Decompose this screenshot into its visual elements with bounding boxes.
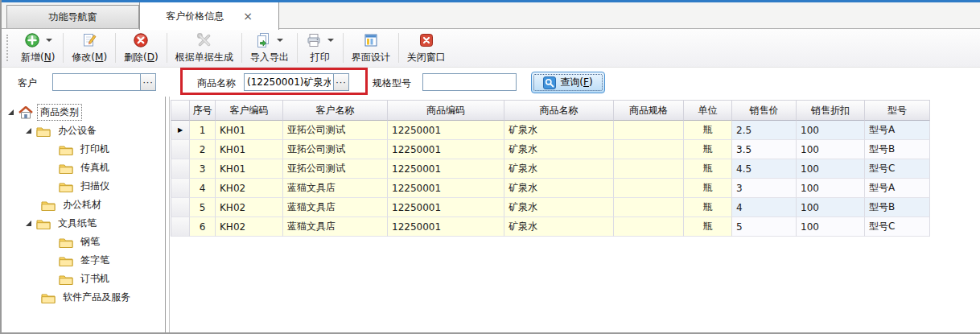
grid-cell-product_spec[interactable]	[614, 217, 684, 237]
product-name-input[interactable]	[244, 73, 334, 91]
grid-cell-customer_name[interactable]: 蓝猫文具店	[283, 217, 388, 237]
row-selector-cell[interactable]	[171, 217, 190, 237]
dropdown-arrow-icon[interactable]	[277, 39, 283, 42]
grid-cell-product_code[interactable]: 12250001	[388, 159, 504, 179]
grid-cell-customer_code[interactable]: KH01	[216, 140, 283, 159]
grid-cell-seq[interactable]: 4	[190, 179, 216, 198]
table-row[interactable]: 6KH02蓝猫文具店12250001矿泉水瓶5100型号C	[171, 217, 930, 237]
tree-item[interactable]: 签字笔	[2, 251, 165, 270]
tree-expander-icon[interactable]	[26, 128, 31, 134]
tree-expander-icon[interactable]	[8, 109, 14, 115]
row-selector-cell[interactable]	[171, 140, 190, 159]
spec-model-input[interactable]	[422, 73, 517, 91]
grid-header-cell-customer_name[interactable]: 客户名称	[283, 100, 388, 121]
grid-cell-sale_price[interactable]: 5	[732, 217, 797, 237]
grid-cell-sale_price[interactable]: 2.5	[732, 121, 797, 140]
row-selector-cell[interactable]	[171, 159, 190, 179]
table-row[interactable]: 5KH02蓝猫文具店12250001矿泉水瓶4100型号B	[171, 198, 930, 217]
grid-cell-product_spec[interactable]	[614, 121, 684, 140]
tree-expander-icon[interactable]	[26, 221, 31, 226]
grid-cell-seq[interactable]: 2	[190, 140, 216, 159]
grid-cell-model[interactable]: 型号C	[865, 217, 930, 237]
grid-cell-model[interactable]: 型号B	[865, 140, 930, 159]
grid-cell-product_name[interactable]: 矿泉水	[504, 140, 614, 159]
tab-customer-price-info[interactable]: 客户价格信息 ×	[139, 2, 279, 30]
close-tab-icon[interactable]: ×	[243, 10, 253, 22]
grid-cell-sale_price[interactable]: 4	[732, 198, 797, 217]
grid-cell-sale_price[interactable]: 3.5	[732, 140, 797, 159]
toolbar-button-add[interactable]: 新增(N)	[13, 29, 63, 67]
grid-cell-product_name[interactable]: 矿泉水	[504, 121, 614, 140]
toolbar-button-print[interactable]: 打印	[298, 29, 343, 67]
product-browse-button[interactable]: ···	[334, 73, 349, 91]
tree-item[interactable]: 办公耗材	[2, 196, 165, 214]
toolbar-grip[interactable]	[6, 35, 10, 61]
grid-cell-model[interactable]: 型号A	[865, 179, 930, 198]
grid-cell-unit[interactable]: 瓶	[684, 121, 732, 140]
toolbar-button-generate-from-doc[interactable]: 根据单据生成	[167, 29, 241, 67]
grid-cell-unit[interactable]: 瓶	[684, 179, 732, 198]
grid-cell-unit[interactable]: 瓶	[684, 217, 732, 237]
table-row[interactable]: 3KH01亚拓公司测试12250001矿泉水瓶4.5100型号C	[171, 159, 930, 179]
grid-header-cell-unit[interactable]: 单位	[684, 100, 732, 121]
tree-item[interactable]: 钢笔	[2, 233, 165, 251]
grid-cell-product_code[interactable]: 12250001	[388, 140, 504, 159]
grid-cell-sale_discount[interactable]: 100	[797, 217, 865, 237]
grid-cell-product_spec[interactable]	[614, 140, 684, 159]
tree-item[interactable]: 订书机	[2, 270, 165, 288]
toolbar-button-import-export[interactable]: 导入导出	[242, 29, 297, 67]
grid-header-cell-product_spec[interactable]: 商品规格	[614, 100, 684, 121]
grid-cell-product_code[interactable]: 12250001	[388, 198, 504, 217]
grid-header-cell-sale_discount[interactable]: 销售折扣	[797, 100, 865, 121]
grid-cell-product_name[interactable]: 矿泉水	[504, 198, 614, 217]
grid-header-cell-sale_price[interactable]: 销售价	[732, 100, 797, 121]
toolbar-button-close-window[interactable]: 关闭窗口	[399, 29, 454, 67]
tree-item[interactable]: 打印机	[2, 140, 165, 159]
row-selector-cell[interactable]	[171, 179, 190, 198]
grid-cell-seq[interactable]: 5	[190, 198, 216, 217]
grid-cell-model[interactable]: 型号A	[865, 121, 930, 140]
query-button[interactable]: 查询(F)	[531, 72, 605, 93]
grid-cell-product_spec[interactable]	[614, 198, 684, 217]
grid-cell-unit[interactable]: 瓶	[684, 140, 732, 159]
grid-cell-customer_name[interactable]: 亚拓公司测试	[283, 159, 388, 179]
grid-header-cell-product_name[interactable]: 商品名称	[504, 100, 614, 121]
tree-item[interactable]: 扫描仪	[2, 177, 165, 196]
grid-cell-sale_discount[interactable]: 100	[797, 159, 865, 179]
grid-cell-product_code[interactable]: 12250001	[388, 121, 504, 140]
customer-browse-button[interactable]: ···	[141, 73, 156, 91]
tree-item[interactable]: 传真机	[2, 159, 165, 177]
tree-item[interactable]: 商品类别	[2, 103, 165, 122]
grid-cell-seq[interactable]: 1	[190, 121, 216, 140]
grid-cell-unit[interactable]: 瓶	[684, 159, 732, 179]
grid-cell-customer_name[interactable]: 亚拓公司测试	[283, 140, 388, 159]
toolbar-button-modify[interactable]: 修改(M)	[64, 29, 115, 67]
tree-item[interactable]: 文具纸笔	[2, 214, 165, 233]
table-row[interactable]: ▶1KH01亚拓公司测试12250001矿泉水瓶2.5100型号A	[171, 121, 930, 140]
grid-cell-sale_discount[interactable]: 100	[797, 121, 865, 140]
grid-cell-customer_code[interactable]: KH02	[216, 198, 283, 217]
grid-header-cell-product_code[interactable]: 商品编码	[388, 100, 504, 121]
grid-cell-product_name[interactable]: 矿泉水	[504, 179, 614, 198]
grid-cell-customer_code[interactable]: KH02	[216, 179, 283, 198]
tree-item[interactable]: 软件产品及服务	[2, 288, 165, 307]
grid-header-cell-model[interactable]: 型号	[865, 100, 930, 121]
grid-cell-product_spec[interactable]	[614, 179, 684, 198]
tree-item[interactable]: 办公设备	[2, 122, 165, 140]
grid-cell-sale_discount[interactable]: 100	[797, 198, 865, 217]
table-row[interactable]: 4KH02蓝猫文具店12250001矿泉水瓶3100型号A	[171, 179, 930, 198]
grid-cell-model[interactable]: 型号C	[865, 159, 930, 179]
grid-cell-customer_code[interactable]: KH01	[216, 159, 283, 179]
grid-header-cell-customer_code[interactable]: 客户编码	[216, 100, 283, 121]
grid-cell-customer_name[interactable]: 蓝猫文具店	[283, 179, 388, 198]
grid-cell-product_name[interactable]: 矿泉水	[504, 217, 614, 237]
grid-cell-model[interactable]: 型号B	[865, 198, 930, 217]
grid-cell-product_code[interactable]: 12250001	[388, 179, 504, 198]
row-selector-cell[interactable]: ▶	[171, 121, 190, 140]
grid-cell-sale_discount[interactable]: 100	[797, 140, 865, 159]
customer-input[interactable]	[52, 73, 141, 91]
grid-cell-customer_code[interactable]: KH02	[216, 217, 283, 237]
grid-cell-product_spec[interactable]	[614, 159, 684, 179]
row-selector-cell[interactable]	[171, 198, 190, 217]
dropdown-arrow-icon[interactable]	[46, 39, 52, 42]
